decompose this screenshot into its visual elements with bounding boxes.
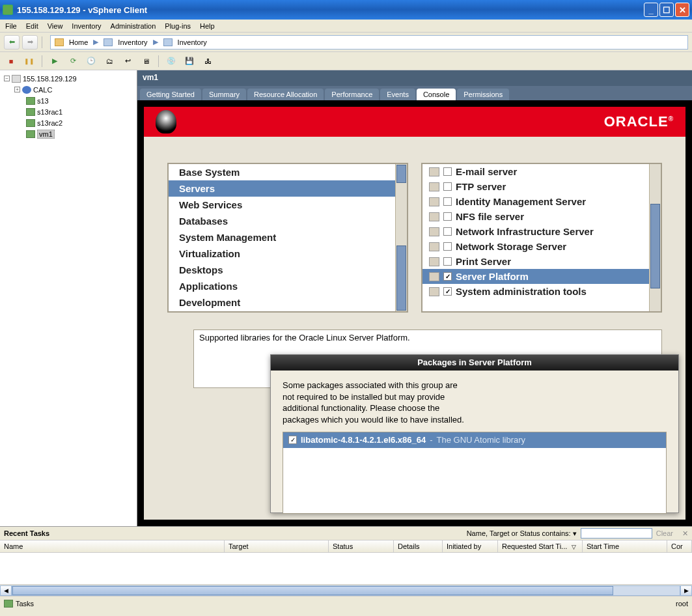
package-row[interactable]: ✓ libatomic-4.8.1-4.2.1.el6.x86_64 - The… <box>283 432 666 448</box>
minimize-button[interactable]: _ <box>644 3 658 17</box>
category-item[interactable]: System Management <box>169 229 395 245</box>
tab-performance[interactable]: Performance <box>325 89 379 100</box>
snapshot-button[interactable]: 🕒 <box>84 55 98 68</box>
category-item[interactable]: Web Services <box>169 197 395 213</box>
breadcrumb-home[interactable]: Home <box>69 38 88 46</box>
pause-vm-button[interactable]: ❚❚ <box>22 55 36 68</box>
home-icon[interactable] <box>55 38 64 46</box>
tab-events[interactable]: Events <box>380 89 415 100</box>
tree-vm-vm1[interactable]: vm1 <box>1 128 135 139</box>
tree-vm-s13[interactable]: s13 <box>1 95 135 106</box>
scrollbar[interactable] <box>395 164 407 311</box>
scroll-thumb[interactable] <box>650 204 660 288</box>
checkbox-icon[interactable] <box>443 197 452 206</box>
tree-vm-s13rac1[interactable]: s13rac1 <box>1 106 135 117</box>
console-view[interactable]: ORACLE® Base SystemServersWeb ServicesDa… <box>137 100 692 526</box>
package-item[interactable]: ✓System administration tools <box>422 284 649 299</box>
network-button[interactable]: 🖧 <box>201 55 215 68</box>
package-item[interactable]: E-mail server <box>422 164 649 179</box>
back-button[interactable]: ⬅ <box>4 35 20 49</box>
menu-help[interactable]: Help <box>200 22 215 30</box>
scroll-thumb[interactable] <box>396 165 406 183</box>
inventory-icon[interactable] <box>104 38 113 46</box>
menu-plugins[interactable]: Plug-ins <box>165 22 191 30</box>
col-details[interactable]: Details <box>394 540 443 552</box>
cd-connect-button[interactable]: 💿 <box>164 55 178 68</box>
category-item[interactable]: Base System <box>169 164 395 180</box>
tasks-icon[interactable] <box>4 600 13 608</box>
tree-calc[interactable]: + CALC <box>1 84 135 95</box>
stop-vm-button[interactable]: ■ <box>4 55 18 68</box>
package-item[interactable]: Network Infrastructure Server <box>422 224 649 239</box>
console-button[interactable]: 🖥 <box>139 55 153 68</box>
category-item[interactable]: Applications <box>169 278 395 294</box>
snapshot-manager-button[interactable]: 🗂 <box>102 55 117 68</box>
col-name[interactable]: Name <box>0 540 225 552</box>
scroll-thumb[interactable] <box>396 245 406 311</box>
floppy-connect-button[interactable]: 💾 <box>182 55 197 68</box>
tab-permissions[interactable]: Permissions <box>457 89 509 100</box>
checkbox-icon[interactable]: ✓ <box>288 436 297 444</box>
col-completed[interactable]: Cor <box>667 540 692 552</box>
breadcrumb-inventory-2[interactable]: Inventory <box>178 38 207 46</box>
breadcrumb-inventory-1[interactable]: Inventory <box>118 38 147 46</box>
scroll-left-button[interactable]: ◀ <box>0 585 12 596</box>
checkbox-icon[interactable] <box>443 182 452 191</box>
col-target[interactable]: Target <box>225 540 329 552</box>
checkbox-icon[interactable]: ✓ <box>443 287 452 296</box>
tree-host[interactable]: − 155.158.129.129 <box>1 73 135 84</box>
tab-summary[interactable]: Summary <box>202 89 246 100</box>
category-list[interactable]: Base SystemServersWeb ServicesDatabasesS… <box>169 164 395 311</box>
menu-edit[interactable]: Edit <box>26 22 38 30</box>
col-initiated[interactable]: Initiated by <box>443 540 498 552</box>
col-start-time[interactable]: Start Time <box>583 540 667 552</box>
package-item[interactable]: FTP server <box>422 179 649 194</box>
status-tasks[interactable]: Tasks <box>16 600 34 608</box>
package-item[interactable]: Network Storage Server <box>422 239 649 254</box>
checkbox-icon[interactable] <box>443 167 452 176</box>
forward-button[interactable]: ➡ <box>22 35 38 49</box>
close-panel-button[interactable]: ✕ <box>682 529 688 538</box>
category-item[interactable]: Development <box>169 294 395 311</box>
tab-getting-started[interactable]: Getting Started <box>140 89 201 100</box>
expand-icon[interactable]: + <box>14 87 20 92</box>
checkbox-icon[interactable] <box>443 242 452 251</box>
refresh-button[interactable]: ⟳ <box>66 55 80 68</box>
close-button[interactable]: ✕ <box>675 3 689 17</box>
inventory-icon[interactable] <box>163 38 173 46</box>
scroll-thumb[interactable] <box>12 586 613 595</box>
package-item[interactable]: ✓Server Platform <box>422 269 649 284</box>
tab-console[interactable]: Console <box>417 89 456 100</box>
category-item[interactable]: Desktops <box>169 262 395 278</box>
collapse-icon[interactable]: − <box>4 76 10 81</box>
checkbox-icon[interactable]: ✓ <box>443 272 452 281</box>
scroll-track[interactable] <box>12 585 680 596</box>
play-vm-button[interactable]: ▶ <box>48 55 62 68</box>
tree-vm-s13rac2[interactable]: s13rac2 <box>1 117 135 128</box>
package-item[interactable]: NFS file server <box>422 209 649 224</box>
clear-filter-button[interactable]: Clear <box>656 529 673 537</box>
menu-view[interactable]: View <box>48 22 63 30</box>
col-status[interactable]: Status <box>329 540 394 552</box>
checkbox-icon[interactable] <box>443 212 452 221</box>
horizontal-scrollbar[interactable]: ◀ ▶ <box>0 584 692 596</box>
dialog-package-list[interactable]: ✓ libatomic-4.8.1-4.2.1.el6.x86_64 - The… <box>283 432 667 514</box>
col-requested-start[interactable]: Requested Start Ti... ▽ <box>498 540 583 552</box>
filter-label[interactable]: Name, Target or Status contains: ▾ <box>467 529 577 538</box>
scrollbar[interactable] <box>649 164 661 311</box>
revert-button[interactable]: ↩ <box>120 55 135 68</box>
category-item[interactable]: Virtualization <box>169 245 395 262</box>
menu-inventory[interactable]: Inventory <box>72 22 101 30</box>
tab-resource-allocation[interactable]: Resource Allocation <box>247 89 324 100</box>
package-item[interactable]: Identity Management Server <box>422 194 649 209</box>
scroll-right-button[interactable]: ▶ <box>680 585 692 596</box>
category-item[interactable]: Databases <box>169 213 395 229</box>
category-item[interactable]: Servers <box>169 180 395 197</box>
menu-administration[interactable]: Administration <box>111 22 156 30</box>
menu-file[interactable]: File <box>5 22 17 30</box>
checkbox-icon[interactable] <box>443 257 452 266</box>
filter-input[interactable] <box>581 528 652 539</box>
package-item[interactable]: Print Server <box>422 254 649 269</box>
checkbox-icon[interactable] <box>443 227 452 236</box>
maximize-button[interactable]: ☐ <box>659 3 674 17</box>
